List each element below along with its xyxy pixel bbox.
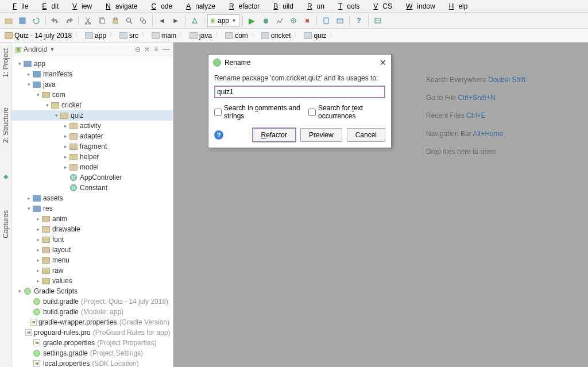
copy-icon[interactable] <box>95 14 108 27</box>
tree-arrow[interactable]: ▾ <box>53 113 60 118</box>
back-icon[interactable]: ◄ <box>156 14 168 27</box>
collapse-icon[interactable]: ⊖ <box>135 45 141 53</box>
tree-row[interactable]: ▾quiz <box>11 110 173 121</box>
breadcrumb-item[interactable]: src〉 <box>117 29 149 42</box>
open-icon[interactable] <box>2 14 15 27</box>
tree-arrow[interactable]: ▸ <box>34 268 41 273</box>
tree-arrow[interactable]: ▸ <box>62 144 69 149</box>
tree-row[interactable]: ▸fragment <box>11 141 173 152</box>
tree-row[interactable]: ▸raw <box>11 265 173 276</box>
paste-icon[interactable] <box>109 14 122 27</box>
help-icon[interactable]: ? <box>353 14 365 27</box>
breadcrumb-item[interactable]: app〉 <box>83 29 117 42</box>
menu-code[interactable]: Code <box>142 1 177 11</box>
search-text-checkbox[interactable]: Search for text occurrences <box>308 104 385 120</box>
tree-row[interactable]: settings.gradle(Project Settings) <box>11 348 173 358</box>
refactor-button[interactable]: Refactor <box>253 128 296 142</box>
breadcrumb-item[interactable]: com〉 <box>223 29 259 42</box>
tree-arrow[interactable]: ▾ <box>16 288 23 294</box>
forward-icon[interactable]: ► <box>169 14 182 27</box>
tree-arrow[interactable]: ▾ <box>16 61 23 67</box>
layout-inspector-icon[interactable] <box>372 14 384 27</box>
tree-row[interactable]: ▸font <box>11 234 173 245</box>
menu-tools[interactable]: Tools <box>329 1 364 11</box>
tree-row[interactable]: ▸assets <box>11 193 173 203</box>
tree-row[interactable]: ▸model <box>11 162 173 172</box>
find-icon[interactable] <box>123 14 136 27</box>
tree-row[interactable]: local.properties(SDK Location) <box>11 358 173 367</box>
help-icon[interactable]: ? <box>214 130 223 140</box>
sdk-icon[interactable] <box>334 14 346 27</box>
tree-row[interactable]: ▾java <box>11 79 173 90</box>
gutter-structure[interactable]: 2: Structure <box>1 104 11 146</box>
run-config-combo[interactable]: ▣ app ▼ <box>207 14 239 27</box>
build-icon[interactable] <box>188 14 201 27</box>
tree-row[interactable]: ▾res <box>11 203 173 214</box>
menu-analyze[interactable]: Analyze <box>177 1 220 11</box>
tree-row[interactable]: build.gradle(Module: app) <box>11 307 173 317</box>
breadcrumb-item[interactable]: quiz〉 <box>301 29 337 42</box>
menu-help[interactable]: Help <box>440 1 473 11</box>
search-comments-checkbox[interactable]: Search in comments and strings <box>214 104 303 120</box>
preview-button[interactable]: Preview <box>300 128 342 142</box>
menu-run[interactable]: Run <box>298 1 329 11</box>
tree-arrow[interactable]: ▸ <box>62 123 69 129</box>
save-icon[interactable] <box>16 14 29 27</box>
tree-row[interactable]: build.gradle(Project: Quiz - 14 july 201… <box>11 296 173 307</box>
settings-icon[interactable]: ✳ <box>153 45 159 53</box>
menu-refactor[interactable]: Refactor <box>220 1 264 11</box>
tree-row[interactable]: ▾app <box>11 59 173 69</box>
rename-input[interactable] <box>214 86 385 98</box>
profile-icon[interactable] <box>273 14 286 27</box>
gutter-captures-icon[interactable]: ◆ <box>2 169 9 184</box>
tree-row[interactable]: ▸layout <box>11 245 173 255</box>
tree-arrow[interactable]: ▸ <box>34 278 41 284</box>
menu-build[interactable]: Build <box>264 1 298 11</box>
menu-edit[interactable]: Edit <box>33 1 63 11</box>
menu-vcs[interactable]: VCS <box>364 1 397 11</box>
debug-icon[interactable] <box>260 14 272 27</box>
tree-row[interactable]: proguard-rules.pro(ProGuard Rules for ap… <box>11 327 173 338</box>
tree-arrow[interactable]: ▸ <box>62 164 69 170</box>
breadcrumb-item[interactable]: Quiz - 14 july 2018〉 <box>2 29 83 42</box>
tree-arrow[interactable]: ▸ <box>34 226 41 232</box>
tree-row[interactable]: ▸helper <box>11 152 173 162</box>
tree-row[interactable]: ▸adapter <box>11 131 173 141</box>
run-icon[interactable]: ▶ <box>246 14 258 27</box>
breadcrumb-item[interactable]: main〉 <box>149 29 187 42</box>
replace-icon[interactable] <box>137 14 149 27</box>
avd-icon[interactable] <box>320 14 332 27</box>
tree-row[interactable]: ▾Gradle Scripts <box>11 286 173 296</box>
stop-icon[interactable]: ■ <box>301 14 314 27</box>
gutter-project[interactable]: 1: Project <box>1 45 11 81</box>
tree-row[interactable]: gradle.properties(Project Properties) <box>11 338 173 348</box>
tree-arrow[interactable]: ▸ <box>34 216 41 222</box>
tree-arrow[interactable]: ▸ <box>34 247 41 253</box>
tree-arrow[interactable]: ▸ <box>34 237 41 242</box>
tree-arrow[interactable]: ▸ <box>62 133 69 139</box>
tree-arrow[interactable]: ▸ <box>62 154 69 160</box>
tree-row[interactable]: ▸manifests <box>11 69 173 79</box>
gutter-captures[interactable]: Captures <box>1 207 11 242</box>
hide-icon[interactable]: — <box>163 45 169 53</box>
menu-view[interactable]: View <box>63 1 96 11</box>
cancel-button[interactable]: Cancel <box>347 128 385 142</box>
tree-arrow[interactable]: ▸ <box>25 195 32 201</box>
tree-arrow[interactable]: ▾ <box>44 102 51 108</box>
tree-row[interactable]: gradle-wrapper.properties(Gradle Version… <box>11 317 173 327</box>
tree-row[interactable]: ▸anim <box>11 214 173 224</box>
project-tree[interactable]: ▾app▸manifests▾java▾com▾cricket▾quiz▸act… <box>11 56 173 367</box>
tree-row[interactable]: ▸activity <box>11 121 173 131</box>
breadcrumb-item[interactable]: cricket〉 <box>259 29 302 42</box>
sync-icon[interactable] <box>30 14 42 27</box>
redo-icon[interactable] <box>63 14 75 27</box>
attach-debug-icon[interactable] <box>287 14 300 27</box>
menu-window[interactable]: Window <box>397 1 440 11</box>
menu-navigate[interactable]: Navigate <box>96 1 142 11</box>
tree-arrow[interactable]: ▾ <box>34 92 41 98</box>
locate-icon[interactable]: ⤧ <box>144 45 150 53</box>
tree-row[interactable]: ▸drawable <box>11 224 173 234</box>
close-icon[interactable]: ✕ <box>380 58 386 67</box>
tree-arrow[interactable]: ▸ <box>34 257 41 263</box>
tree-row[interactable]: ▾com <box>11 90 173 100</box>
